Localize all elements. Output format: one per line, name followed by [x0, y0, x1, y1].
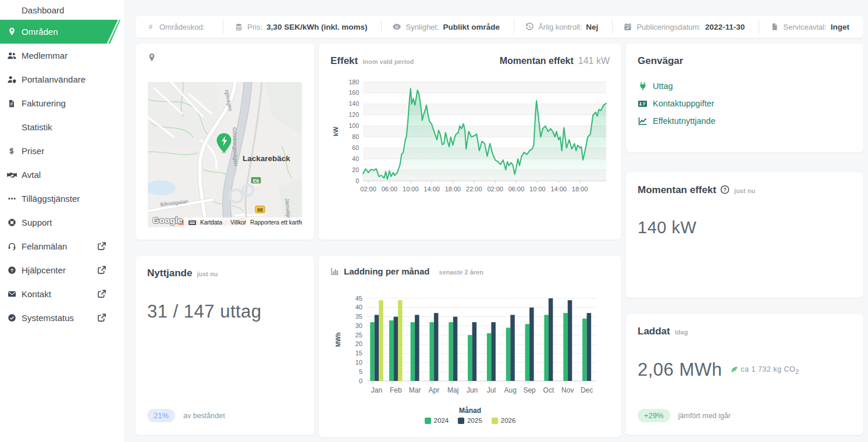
legend-item-2026[interactable]: 2026 [492, 417, 516, 424]
svg-text:Jul: Jul [487, 386, 496, 394]
shortcut-link-label: Effektutnyttjande [653, 116, 716, 126]
legend-swatch [458, 418, 464, 424]
help-question-icon[interactable]: ? [720, 185, 730, 194]
momentan-effekt-value: 140 kW [626, 218, 863, 237]
sidebar-item-avtal[interactable]: Avtal [0, 163, 124, 187]
svg-text:?: ? [723, 187, 727, 193]
infobar-label: Årlig kontroll: [538, 23, 582, 31]
shortcut-link-effektutnyttjande[interactable]: Effektutnyttjande [638, 112, 852, 130]
effekt-title: Effekt [330, 55, 358, 67]
map-attr-villkor[interactable]: Villkor [230, 219, 247, 226]
shortcut-link-uttag[interactable]: Uttag [638, 77, 852, 95]
sidebar-item-fakturering[interactable]: Fakturering [0, 91, 124, 115]
nyttjande-value: 31 / 147 uttag [136, 301, 314, 322]
legend-item-2025[interactable]: 2025 [458, 417, 482, 424]
momentan-card-title: Momentan effekt [638, 184, 716, 196]
svg-text:18:00: 18:00 [572, 186, 588, 193]
plug-icon [638, 81, 648, 91]
sidebar-item-label: Avtal [22, 170, 41, 180]
shortcut-link-kontaktuppgifter[interactable]: Kontaktuppgifter [638, 95, 852, 112]
sidebar-item-hj-lpcenter[interactable]: ?Hjälpcenter [0, 258, 124, 282]
headset-icon [6, 241, 17, 252]
nyttjande-subtitle: just nu [197, 270, 218, 277]
svg-text:06:00: 06:00 [382, 186, 398, 193]
sidebar-item-felanm-lan[interactable]: Felanmälan [0, 234, 124, 258]
sidebar-item-statistik[interactable]: Statistik [0, 115, 124, 139]
sidebar-item-label: Områden [22, 27, 58, 37]
svg-text:0: 0 [359, 377, 362, 384]
svg-text:02:00: 02:00 [360, 186, 376, 193]
laddat-subtitle: idag [675, 329, 688, 336]
infobar-value: Nej [586, 23, 598, 31]
google-logo[interactable]: Google [152, 215, 183, 225]
svg-text:#: # [149, 23, 153, 30]
legend-label: 2026 [501, 417, 516, 424]
sidebar-item-omr-den[interactable]: Områden [0, 20, 120, 44]
laddat-title: Laddat [638, 326, 670, 337]
legend-item-2024[interactable]: 2024 [425, 417, 449, 424]
infobar-value: Publikt område [443, 23, 500, 31]
sidebar-item-label: Priser [22, 146, 44, 156]
sidebar-item-dashboard[interactable]: Dashboard [0, 0, 124, 20]
sidebar-item-medlemmar[interactable]: Medlemmar [0, 44, 124, 67]
infobar-label: Publiceringsdatum: [636, 23, 701, 31]
external-link-icon [97, 242, 106, 251]
svg-text:40: 40 [352, 155, 359, 162]
sidebar-item-label: Support [22, 218, 52, 227]
svg-text:30: 30 [355, 322, 362, 329]
svg-text:35: 35 [355, 313, 362, 320]
ellipsis-icon [6, 194, 17, 204]
svg-text:Dec: Dec [581, 386, 593, 394]
map-attr-rapportera[interactable]: Rapportera ett kartfel [250, 219, 302, 226]
sidebar-item-portalanv-ndare[interactable]: Portalanvändare [0, 67, 124, 91]
nyttjande-percent-badge: 21% [147, 409, 175, 422]
svg-text:Oct: Oct [543, 386, 554, 394]
route-shield-68: 68 [255, 206, 265, 213]
infobar-item-pris: Pris:3,30 SEK/kWh (inkl. moms) [223, 20, 381, 34]
laddning-subtitle: senaste 2 åren [439, 269, 483, 276]
momentan-effekt-header-label: Momentan effekt [500, 56, 574, 66]
sidebar-item-label: Fakturering [22, 98, 66, 108]
route-shield-e6: E6 [251, 177, 261, 184]
infobar-item-synlighet: Synlighet:Publikt område [381, 20, 514, 34]
svg-text:5: 5 [359, 368, 362, 375]
laddat-badge-caption: jämfört med igår [678, 412, 731, 420]
sidebar-item-priser[interactable]: $Priser [0, 139, 124, 163]
shortcut-link-label: Kontaktuppgifter [653, 99, 714, 108]
external-link-icon [97, 290, 106, 298]
nyttjande-card: Nyttjande just nu 31 / 147 uttag 21% av … [136, 256, 314, 435]
users-icon [6, 51, 17, 61]
svg-text:15: 15 [355, 350, 362, 357]
hash-icon: # [146, 22, 155, 31]
life-ring-icon [6, 218, 17, 228]
infobar-item-publiceringsdatum: Publiceringsdatum:2022-11-30 [612, 20, 759, 34]
legend-label: 2024 [434, 417, 449, 424]
svg-text:$: $ [10, 147, 14, 155]
svg-text:14:00: 14:00 [424, 186, 440, 193]
sidebar-item-systemstatus[interactable]: Systemstatus [0, 306, 124, 330]
bar-chart-icon [330, 267, 339, 276]
svg-text:120: 120 [348, 111, 359, 118]
sidebar-item-label: Hjälpcenter [22, 265, 66, 275]
coins-icon [234, 22, 243, 31]
svg-text:E6: E6 [253, 178, 259, 184]
keyboard-icon[interactable] [188, 220, 196, 225]
sidebar-item-label: Medlemmar [22, 51, 67, 60]
map-place-label: Lackarebäck [243, 154, 290, 163]
google-map[interactable]: rgsvägen Göteborgsvägen Järnvägsg Bifros… [148, 82, 302, 227]
svg-text:Nov: Nov [561, 386, 574, 394]
laddning-legend: 202420252026 [319, 417, 621, 424]
svg-text:160: 160 [348, 89, 359, 96]
nyttjande-badge-caption: av beståndet [183, 412, 225, 420]
genvagar-title: Genvägar [638, 55, 683, 67]
svg-text:140: 140 [348, 100, 359, 107]
svg-text:10:00: 10:00 [529, 186, 546, 193]
sidebar-item-label: Dashboard [22, 5, 64, 15]
external-link-icon [97, 313, 106, 322]
svg-text:40: 40 [355, 304, 362, 311]
sidebar-item-kontakt[interactable]: Kontakt [0, 282, 124, 306]
sidebar-item-label: Systemstatus [22, 313, 74, 323]
nyttjande-title: Nyttjande [147, 268, 192, 279]
sidebar-item-support[interactable]: Support [0, 211, 124, 234]
sidebar-item-till-ggstj-nster[interactable]: Tilläggstjänster [0, 187, 124, 211]
